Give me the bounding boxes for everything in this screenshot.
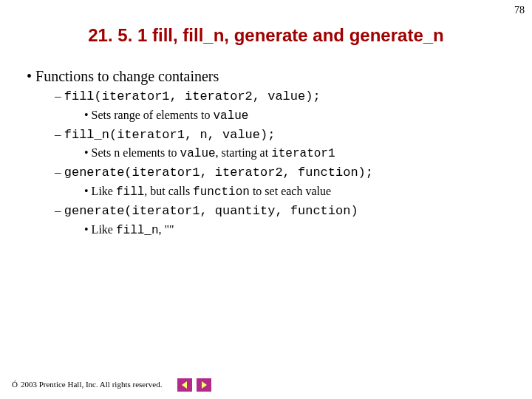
sub-list: Like fill_n, "" xyxy=(84,222,517,239)
code-signature: generate(iterator1, iterator2, function)… xyxy=(64,166,373,180)
desc-code: fill xyxy=(116,185,144,199)
copyright-text: 2003 Prentice Hall, Inc. All rights rese… xyxy=(21,380,163,389)
code-signature: generate(iterator1, quantity, function) xyxy=(64,204,358,218)
prev-button[interactable] xyxy=(177,378,192,392)
desc-text: Sets range of elements to xyxy=(92,109,214,121)
list-item: fill(iterator1, iterator2, value); xyxy=(55,88,517,106)
copyright-footer: Ó 2003 Prentice Hall, Inc. All rights re… xyxy=(12,380,163,389)
svg-marker-1 xyxy=(202,381,207,389)
desc-text: , but calls xyxy=(144,185,193,197)
page-number: 78 xyxy=(514,4,525,16)
desc-text: Sets n elements to xyxy=(92,146,180,159)
sub-item: Like fill, but calls function to set eac… xyxy=(84,183,517,201)
desc-text: to set each value xyxy=(250,185,331,197)
desc-code: iterator1 xyxy=(271,147,335,160)
triangle-right-icon xyxy=(200,381,208,389)
triangle-left-icon xyxy=(180,381,189,389)
desc-text: , "" xyxy=(159,223,174,236)
sub-item: Sets range of elements to value xyxy=(84,107,517,125)
content-area: Functions to change containers fill(iter… xyxy=(27,66,517,239)
desc-code: fill_n xyxy=(116,224,159,237)
copyright-symbol: Ó xyxy=(12,380,18,389)
desc-code: function xyxy=(193,185,250,199)
desc-text: , starting at xyxy=(216,146,272,159)
sub-list: Sets range of elements to value xyxy=(84,107,517,125)
next-button[interactable] xyxy=(197,378,211,392)
function-list: fill(iterator1, iterator2, value); Sets … xyxy=(55,88,517,239)
nav-buttons xyxy=(177,378,211,392)
sub-item: Like fill_n, "" xyxy=(84,222,517,239)
main-bullet: Functions to change containers xyxy=(27,66,517,86)
svg-marker-0 xyxy=(182,381,187,389)
desc-text: Like xyxy=(92,185,116,197)
code-signature: fill(iterator1, iterator2, value); xyxy=(64,89,321,103)
slide-title: 21. 5. 1 fill, fill_n, generate and gene… xyxy=(0,25,532,46)
sub-list: Like fill, but calls function to set eac… xyxy=(84,183,517,201)
code-signature: fill_n(iterator1, n, value); xyxy=(64,128,276,142)
sub-list: Sets n elements to value, starting at it… xyxy=(84,145,517,163)
desc-text: Like xyxy=(92,223,116,236)
list-item: generate(iterator1, quantity, function) xyxy=(55,202,517,220)
list-item: fill_n(iterator1, n, value); xyxy=(55,126,517,144)
sub-item: Sets n elements to value, starting at it… xyxy=(84,145,517,163)
list-item: generate(iterator1, iterator2, function)… xyxy=(55,164,517,182)
desc-code: value xyxy=(213,109,248,123)
desc-code: value xyxy=(180,147,216,160)
